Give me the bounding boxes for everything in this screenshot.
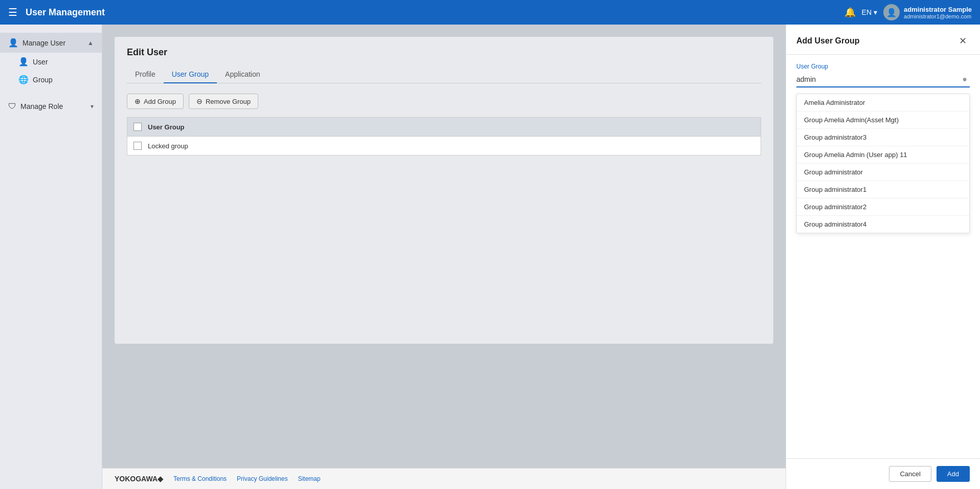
navbar: ☰ User Management 🔔 EN ▾ 👤 administrator… [0,0,980,25]
edit-user-panel: Edit User Profile User Group Application… [115,37,773,344]
sidebar-item-manage-user[interactable]: 👤 Manage User ▲ [0,33,102,53]
dropdown-item[interactable]: Group administrator3 [797,129,969,146]
group-icon: 🌐 [18,75,29,84]
add-group-label: Add Group [144,98,176,105]
dropdown-item[interactable]: Group Amelia Admin(Asset Mgt) [797,112,969,129]
dropdown-item[interactable]: Amelia Administrator [797,94,969,112]
user-info: administrator Sample administrator1@demo… [904,6,972,19]
remove-group-label: Remove Group [206,98,251,105]
group-label: Group [33,76,53,84]
table-header-row: User Group [127,118,761,137]
privacy-link[interactable]: Privacy Guidelines [237,475,287,482]
side-panel-header: Add User Group ✕ [786,25,980,55]
tab-application[interactable]: Application [217,66,269,83]
avatar: 👤 [883,4,900,20]
dropdown-item[interactable]: Group administrator [797,164,969,181]
dropdown-item[interactable]: Group Amelia Admin (User app) 11 [797,146,969,164]
user-profile[interactable]: 👤 administrator Sample administrator1@de… [883,4,972,20]
row-checkbox[interactable] [133,142,142,150]
menu-icon[interactable]: ☰ [8,6,17,18]
sidebar-section-manage-user: 👤 Manage User ▲ 👤 User 🌐 Group [0,29,102,93]
language-arrow-icon: ▾ [874,8,877,16]
side-panel-title: Add User Group [796,36,860,46]
add-icon: ⊕ [135,97,141,105]
user-icon: 👤 [18,57,29,66]
tab-profile[interactable]: Profile [127,66,164,83]
user-group-search-input[interactable] [796,72,970,86]
search-wrapper: ● [796,72,970,87]
main-content: Edit User Profile User Group Application… [102,25,786,489]
sidebar-section-manage-role: 🛡 Manage Role ▾ [0,93,102,120]
manage-user-label: Manage User [23,39,65,47]
manage-user-icon: 👤 [8,38,18,48]
user-label: User [33,58,48,66]
dropdown-item[interactable]: Group administrator2 [797,198,969,216]
manage-role-arrow-icon: ▾ [91,103,94,110]
add-group-button[interactable]: ⊕ Add Group [127,94,184,109]
table-column-header: User Group [148,123,185,131]
add-user-group-panel: Add User Group ✕ User Group ● Amelia Adm… [786,25,980,489]
remove-group-button[interactable]: ⊖ Remove Group [189,94,258,109]
manage-role-icon: 🛡 [8,102,16,111]
side-panel-footer: Cancel Add [786,458,980,489]
dropdown-list: Amelia AdministratorGroup Amelia Admin(A… [796,94,970,233]
user-name: administrator Sample [904,6,972,13]
manage-user-arrow-icon: ▲ [87,39,94,47]
terms-link[interactable]: Terms & Conditions [173,475,227,482]
language-selector[interactable]: EN ▾ [862,8,877,16]
tab-user-group[interactable]: User Group [164,66,217,83]
table-cell-group-name: Locked group [148,142,188,150]
tabs: Profile User Group Application [127,66,761,83]
dropdown-item[interactable]: Group administrator1 [797,181,969,198]
user-group-form-label: User Group [796,63,970,70]
remove-icon: ⊖ [196,97,203,105]
notification-bell-icon[interactable]: 🔔 [844,7,856,18]
toolbar: ⊕ Add Group ⊖ Remove Group [127,94,761,109]
layout: 👤 Manage User ▲ 👤 User 🌐 Group 🛡 Manage … [0,25,980,489]
side-panel-body: User Group ● Amelia AdministratorGroup A… [786,55,980,458]
header-checkbox[interactable] [133,123,142,131]
sitemap-link[interactable]: Sitemap [298,475,320,482]
table-row: Locked group [127,137,761,155]
user-email: administrator1@demo.com [904,13,972,19]
clear-input-icon[interactable]: ● [960,75,970,84]
edit-user-title: Edit User [127,47,761,58]
sidebar-item-user[interactable]: 👤 User [0,53,102,71]
app-title: User Management [26,7,844,18]
navbar-right: 🔔 EN ▾ 👤 administrator Sample administra… [844,4,972,20]
footer: YOKOGAWA◆ Terms & Conditions Privacy Gui… [102,468,786,489]
language-label: EN [862,8,872,16]
user-group-table: User Group Locked group [127,117,761,155]
manage-role-label: Manage Role [20,102,63,110]
sidebar: 👤 Manage User ▲ 👤 User 🌐 Group 🛡 Manage … [0,25,102,489]
cancel-button[interactable]: Cancel [889,466,931,482]
sidebar-item-group[interactable]: 🌐 Group [0,71,102,88]
sidebar-item-manage-role[interactable]: 🛡 Manage Role ▾ [0,97,102,116]
add-button[interactable]: Add [937,466,970,482]
dropdown-item[interactable]: Group administrator4 [797,216,969,233]
close-button[interactable]: ✕ [955,34,970,48]
brand-logo: YOKOGAWA◆ [115,475,163,483]
